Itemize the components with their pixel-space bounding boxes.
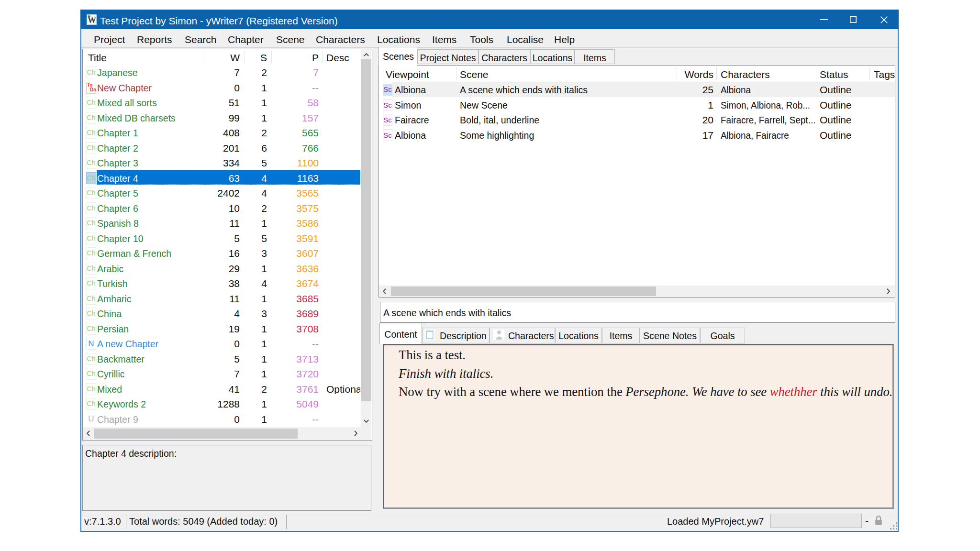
svg-text:“: “ [88,14,91,21]
